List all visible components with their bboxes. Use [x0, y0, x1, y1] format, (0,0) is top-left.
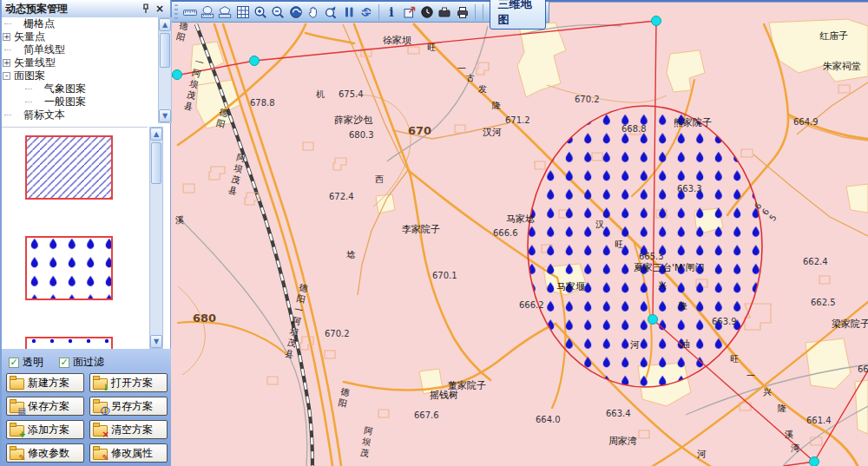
edit-properties-icon: ✎: [93, 449, 108, 460]
edit-props-button[interactable]: ✎修改属性: [89, 443, 168, 463]
blue-drops-swatch[interactable]: [25, 236, 113, 300]
map-label: 678.8: [250, 98, 275, 108]
map-label: 兴: [658, 280, 667, 290]
map-label: 680.3: [349, 130, 374, 140]
plan-actions-panel: ✓ 透明 ✓ 面过滤 新建方案 ↓打开方案 ▤保存方案 ⓘ另存方案 +添加方案 …: [2, 349, 171, 466]
zoom-window-icon[interactable]: [323, 3, 339, 21]
save-as-plan-button[interactable]: ⓘ另存方案: [89, 397, 168, 416]
expander-icon[interactable]: -: [3, 72, 10, 80]
export-icon[interactable]: [401, 3, 417, 21]
refresh-icon[interactable]: [358, 3, 374, 21]
folder-add-icon: +: [10, 425, 24, 436]
map-label: 夏家三台'M'闸门: [634, 262, 705, 273]
edit-pencil-icon: ✎: [10, 449, 24, 460]
map-label: 溪: [785, 430, 793, 439]
scroll-up-icon[interactable]: ▲: [150, 128, 162, 141]
save-plan-button[interactable]: ▤保存方案: [6, 397, 84, 416]
folder-save-icon: ▤: [10, 402, 24, 413]
info-icon[interactable]: i: [384, 3, 399, 21]
map-viewport: 徐家坝红庙子朱家祠堂678.8机675.4薛家沙包680.3670680672.…: [171, 0, 868, 466]
tree-scrollbar[interactable]: ▲ ▼: [158, 17, 172, 123]
zoom-out-icon[interactable]: [270, 3, 286, 21]
toolbar-grip[interactable]: [174, 4, 178, 20]
zoom-in-icon[interactable]: [253, 3, 268, 21]
sidebar-panel: 动态预案管理 × 栅格点 +矢量点 简单线型 +矢量线型 -面图案 气象图案 一…: [0, 0, 171, 466]
tree-item[interactable]: 一般图案: [23, 95, 158, 108]
tree-item[interactable]: 栅格点: [2, 17, 158, 30]
surface-filter-checkbox[interactable]: ✓ 面过滤: [59, 355, 104, 370]
print-icon[interactable]: [454, 3, 470, 21]
map-label: 666.6: [493, 228, 518, 238]
expander-icon[interactable]: +: [3, 33, 10, 41]
map-label: 675.4: [339, 89, 364, 99]
tree-item[interactable]: -面图案: [2, 69, 158, 82]
map-3d-button[interactable]: 三维地图: [490, 0, 546, 30]
folder-open-icon: ↓: [93, 378, 108, 390]
scrollbar-thumb[interactable]: [160, 33, 170, 68]
measure-circle-icon[interactable]: [200, 3, 215, 21]
map-label: 666.2: [519, 300, 544, 310]
measure-area-icon[interactable]: [217, 3, 233, 21]
map-label: 马家埝: [506, 213, 535, 225]
map-label: 670.1: [432, 271, 457, 280]
map-label: 发: [478, 84, 487, 94]
map-label: 661.4: [806, 416, 832, 425]
print-preview-icon[interactable]: [437, 3, 452, 21]
map-label: 薛家沙包: [334, 115, 373, 126]
map-label: 旺: [427, 43, 436, 52]
expander-icon[interactable]: +: [3, 59, 10, 67]
map-label: 兴: [763, 387, 772, 397]
folder-clear-icon: ×: [93, 425, 108, 436]
folder-info-icon: ⓘ: [93, 402, 108, 413]
scrollbar-thumb[interactable]: [151, 142, 161, 184]
map-label: 李家院子: [402, 224, 440, 235]
map-label: 河: [697, 449, 707, 460]
map-label: 旺: [730, 354, 739, 364]
history-clock-icon[interactable]: [419, 3, 435, 21]
new-plan-button[interactable]: 新建方案: [6, 373, 84, 392]
pause-icon[interactable]: [340, 3, 356, 21]
map-label: 一: [746, 371, 755, 380]
close-icon[interactable]: ×: [153, 3, 167, 16]
tree-item[interactable]: 箭标文本: [2, 108, 158, 121]
tree-item[interactable]: 简单线型: [2, 43, 158, 56]
partial-swatch[interactable]: [25, 337, 113, 350]
map-label: 徐家坝: [383, 35, 411, 46]
pattern-list-scrollbar[interactable]: ▲ ▼: [149, 127, 163, 349]
pan-hand-icon[interactable]: [306, 3, 321, 21]
edit-params-button[interactable]: ✎修改参数: [6, 443, 84, 463]
map-toolbar: i 三维地图: [171, 0, 549, 23]
map-label: 662.5: [811, 298, 836, 307]
scroll-down-icon[interactable]: ▼: [159, 109, 171, 122]
add-plan-button[interactable]: +添加方案: [6, 420, 84, 439]
pin-icon[interactable]: [139, 3, 153, 16]
diagonal-hatch-swatch[interactable]: [25, 135, 113, 200]
map-label: 油: [681, 338, 690, 350]
scroll-up-icon[interactable]: ▲: [159, 18, 171, 31]
map-label: 古: [466, 73, 475, 82]
checkmark-icon: ✓: [9, 358, 19, 368]
map-canvas[interactable]: 徐家坝红庙子朱家祠堂678.8机675.4薛家沙包680.3670680672.…: [171, 0, 868, 466]
open-plan-button[interactable]: ↓打开方案: [89, 373, 168, 392]
clear-plan-button[interactable]: ×清空方案: [89, 420, 168, 439]
previous-view-icon[interactable]: [287, 3, 303, 21]
map-label: 红庙子: [819, 30, 848, 42]
tree-item[interactable]: 气象图案: [23, 82, 158, 95]
measure-distance-icon[interactable]: [181, 3, 197, 21]
map-label: 664.9: [793, 117, 819, 127]
tree-item[interactable]: +矢量线型: [2, 56, 158, 69]
map-label: 隆: [679, 301, 687, 311]
map-label: 663.9: [712, 317, 737, 326]
scroll-down-icon[interactable]: ▼: [150, 335, 162, 348]
map-label: 66: [858, 364, 868, 374]
map-label: 665.3: [639, 252, 664, 261]
map-label: 670.2: [575, 95, 600, 104]
plan-area-ellipse[interactable]: [528, 106, 762, 387]
tree-item[interactable]: +矢量点: [2, 30, 158, 43]
map-label: 溪: [175, 215, 184, 225]
grid-icon[interactable]: [234, 3, 250, 21]
map-label: 河: [630, 339, 640, 351]
transparent-checkbox[interactable]: ✓ 透明: [9, 355, 43, 370]
svg-text:i: i: [390, 5, 394, 19]
map-label: 机: [316, 89, 325, 99]
